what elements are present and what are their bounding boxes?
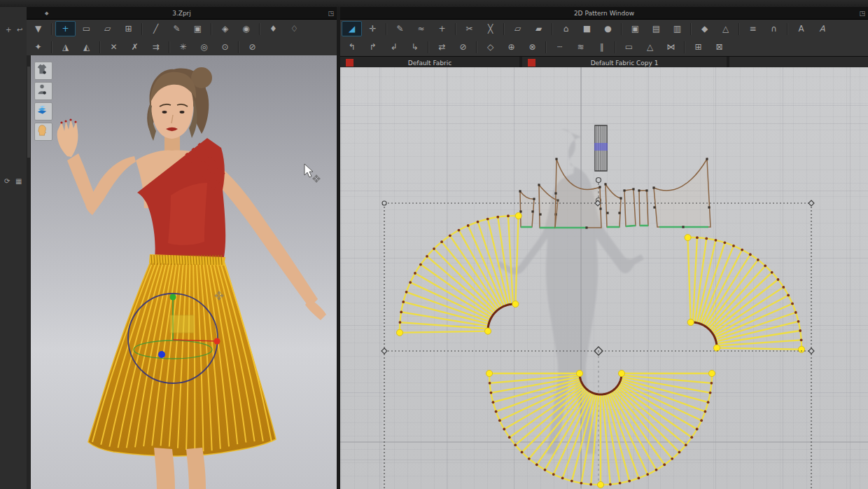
grading-a-tool[interactable]: ⊞	[688, 39, 708, 55]
edit-pattern-tool[interactable]: ✛	[363, 21, 383, 36]
shirring-tool[interactable]: ≋	[570, 39, 591, 55]
binding-tool[interactable]: ▭	[619, 39, 639, 55]
arrangement-tool[interactable]: ◈	[215, 21, 235, 36]
clone-pattern-tool[interactable]: ▰	[528, 21, 549, 36]
swap-sewing-tool[interactable]: ⇄	[432, 39, 452, 55]
edit-curvature-tool[interactable]: ✎	[390, 21, 410, 36]
selection-handle-mid-right[interactable]	[808, 348, 814, 354]
edit-sewing-tool[interactable]: ✎	[167, 21, 187, 36]
fan-corner-point[interactable]	[685, 234, 691, 240]
select-mesh-tool[interactable]: ⊞	[118, 21, 139, 36]
notch-tool[interactable]: △	[715, 21, 736, 36]
arrow-tool[interactable]: ▼	[28, 21, 48, 36]
elastic-tool[interactable]: ┄	[550, 39, 570, 55]
pen-3d-tool[interactable]: ╱	[146, 21, 166, 36]
button-tool[interactable]: ⊙	[215, 39, 235, 55]
fan-corner-point[interactable]	[512, 301, 519, 307]
fit-check-tool[interactable]: ◉	[236, 21, 256, 36]
add-point-tool[interactable]: +	[432, 21, 452, 36]
fold-arrangement-tool[interactable]: ✳	[173, 39, 193, 55]
grid-view-icon[interactable]: ▦	[15, 178, 22, 185]
fan-corner-point[interactable]	[708, 370, 715, 376]
cut-and-sew-tool[interactable]: ╳	[480, 21, 500, 36]
fan-corner-point[interactable]	[687, 319, 694, 325]
strip-selected-segment[interactable]	[594, 143, 608, 151]
left-window-titlebar[interactable]: ◆ 3.Zprj ◳	[27, 7, 337, 20]
fan-corner-point[interactable]	[597, 481, 603, 488]
dart-tool[interactable]: ◆	[694, 21, 715, 36]
gizmo-z-handle[interactable]	[158, 351, 165, 358]
left-popout-icon[interactable]: ◳	[328, 10, 334, 17]
pattern-piece-bodice-side-right-1[interactable]	[604, 183, 622, 227]
flounce-tool[interactable]: ∩	[764, 21, 784, 36]
history-back-icon[interactable]: ↩	[17, 27, 22, 34]
edit-curve-point-tool[interactable]: ≈	[411, 21, 431, 36]
selection-handle-top-left[interactable]	[382, 201, 386, 205]
selection-handle-mid-left[interactable]	[382, 348, 387, 354]
transform-pattern-tool[interactable]: ▱	[97, 21, 118, 36]
simulate-tool[interactable]: ✦	[28, 39, 48, 55]
pattern-piece-skirt-panel-left[interactable]	[396, 212, 522, 336]
pattern-piece-skirt-panel-right[interactable]	[685, 234, 805, 352]
fan-corner-point[interactable]	[486, 370, 492, 376]
fan-corner-point[interactable]	[576, 370, 582, 376]
add-icon[interactable]: +	[6, 27, 11, 34]
reset-arrangement-tool[interactable]: ♦	[263, 21, 284, 36]
tack-tool[interactable]: ◎	[194, 39, 214, 55]
detach-sewing-tool[interactable]: ⊘	[453, 39, 473, 55]
m-free-sewing-tool[interactable]: ↳	[405, 39, 425, 55]
reset-all-arrangement-tool[interactable]: ♢	[284, 21, 304, 36]
attach-pin-tool[interactable]: ⊕	[501, 39, 522, 55]
remove-pin-tool[interactable]: ✗	[125, 39, 145, 55]
trace-tool[interactable]: ▱	[507, 21, 528, 36]
transform-pattern-2d-tool[interactable]: ◢	[342, 21, 362, 36]
seam-line-green[interactable]	[626, 226, 636, 226]
interior-circle-top[interactable]	[596, 178, 601, 183]
pleats-sewing-tool[interactable]: ∥	[592, 39, 612, 55]
fan-corner-point[interactable]	[713, 345, 720, 351]
gutter-scroll-thumb[interactable]	[27, 67, 30, 158]
pin-tool[interactable]: ✕	[104, 39, 124, 55]
fan-corner-point[interactable]	[396, 329, 402, 336]
text-tool[interactable]: A	[791, 21, 811, 36]
avatar-edit-tool[interactable]: ◭	[76, 39, 97, 55]
detach-tool[interactable]: ⊘	[242, 39, 262, 55]
ellipse-tool[interactable]: ●	[598, 21, 618, 36]
interior-rectangle-tool[interactable]: ▤	[646, 21, 666, 36]
pleats-tool[interactable]: ≡	[743, 21, 763, 36]
pattern-canvas-2d[interactable]	[340, 67, 868, 489]
segment-sewing-tool[interactable]: ↰	[342, 39, 362, 55]
fan-corner-point[interactable]	[515, 212, 522, 219]
pattern-piece-bodice-strap-2[interactable]	[638, 189, 648, 226]
gizmo-plane-handle[interactable]	[170, 315, 194, 333]
rectangle-tool[interactable]: ■	[577, 21, 597, 36]
selection-handle-top-right[interactable]	[808, 200, 814, 206]
pattern-piece-bodice-strap-1[interactable]	[623, 188, 636, 226]
zipper-tool[interactable]: ⋈	[661, 39, 681, 55]
fold-3d-pattern-tool[interactable]: ◇	[480, 39, 500, 55]
interior-polygon-tool[interactable]: ▣	[625, 21, 645, 36]
wind-tool[interactable]: ⇉	[146, 39, 166, 55]
avatar-show-tool[interactable]: ◮	[55, 39, 76, 55]
notch-sewing-tool[interactable]: △	[640, 39, 660, 55]
gizmo-x-handle[interactable]	[214, 338, 220, 345]
m-segment-sewing-tool[interactable]: ↲	[384, 39, 404, 55]
polygon-tool[interactable]: ⌂	[556, 21, 576, 36]
grading-b-tool[interactable]: ⊠	[709, 39, 729, 55]
fan-corner-point[interactable]	[798, 346, 804, 352]
pattern-piece-bodice-side-left-1[interactable]	[519, 190, 535, 227]
select-move-tool[interactable]: +	[55, 21, 76, 36]
pattern-annotation-tool[interactable]: A	[812, 21, 832, 36]
select-rectangle-tool[interactable]: ▭	[76, 21, 97, 36]
sync-icon[interactable]: ⟳	[4, 178, 10, 185]
garment-display-tool[interactable]: ▣	[188, 21, 208, 36]
right-window-titlebar[interactable]: 2D Pattern Window ◳	[340, 7, 868, 20]
fan-corner-point[interactable]	[618, 370, 624, 376]
pattern-piece-bodice-front-right[interactable]	[652, 158, 710, 228]
right-popout-icon[interactable]: ◳	[859, 10, 865, 17]
edit-cut-tool[interactable]: ✂	[459, 21, 479, 36]
attach-fabric-tool[interactable]: ⊗	[522, 39, 542, 55]
interior-ellipse-tool[interactable]: ▥	[667, 21, 687, 36]
fan-inner-arc[interactable]	[691, 322, 717, 348]
gizmo-y-handle[interactable]	[170, 294, 176, 301]
